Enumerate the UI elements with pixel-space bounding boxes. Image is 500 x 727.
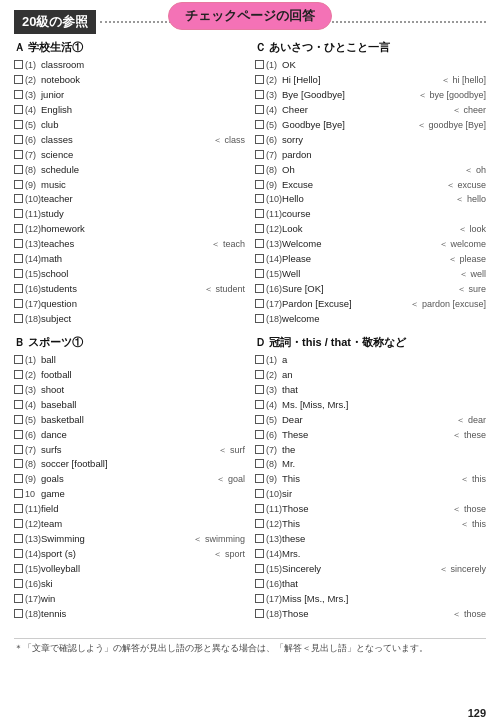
section-a-list: (1) classroom (2) notebook (3) junior (4… (14, 58, 245, 327)
list-item: (2) notebook (14, 73, 245, 88)
item-number: (18) (266, 313, 282, 327)
checkbox[interactable] (255, 609, 264, 618)
checkbox[interactable] (255, 400, 264, 409)
item-number: (7) (266, 444, 282, 458)
checkbox[interactable] (14, 579, 23, 588)
list-item: (7) pardon (255, 148, 486, 163)
checkbox[interactable] (14, 224, 23, 233)
checkbox[interactable] (14, 284, 23, 293)
checkbox[interactable] (14, 180, 23, 189)
checkbox[interactable] (255, 150, 264, 159)
checkbox[interactable] (14, 194, 23, 203)
list-item: (5) basketball (14, 413, 245, 428)
checkbox[interactable] (14, 385, 23, 394)
checkbox[interactable] (14, 269, 23, 278)
checkbox[interactable] (255, 579, 264, 588)
checkbox[interactable] (14, 519, 23, 528)
checkbox[interactable] (14, 135, 23, 144)
checkbox[interactable] (255, 564, 264, 573)
list-item: (1) classroom (14, 58, 245, 73)
item-number: (4) (25, 399, 41, 413)
item-number: (6) (266, 429, 282, 443)
checkbox[interactable] (14, 90, 23, 99)
checkbox[interactable] (14, 400, 23, 409)
checkbox[interactable] (14, 254, 23, 263)
checkbox[interactable] (255, 224, 264, 233)
checkbox[interactable] (14, 239, 23, 248)
checkbox[interactable] (255, 239, 264, 248)
checkbox[interactable] (255, 60, 264, 69)
checkbox[interactable] (255, 90, 264, 99)
checkbox[interactable] (255, 105, 264, 114)
checkbox[interactable] (255, 120, 264, 129)
checkbox[interactable] (14, 75, 23, 84)
checkbox[interactable] (14, 415, 23, 424)
checkbox[interactable] (255, 594, 264, 603)
checkbox[interactable] (255, 314, 264, 323)
checkbox[interactable] (255, 489, 264, 498)
checkbox[interactable] (14, 60, 23, 69)
item-number: (11) (266, 208, 282, 222)
checkbox[interactable] (14, 445, 23, 454)
checkbox[interactable] (14, 594, 23, 603)
item-number: (16) (25, 578, 41, 592)
checkbox[interactable] (255, 135, 264, 144)
checkbox[interactable] (14, 504, 23, 513)
checkbox[interactable] (255, 415, 264, 424)
checkbox[interactable] (255, 534, 264, 543)
list-item: (8) soccer [football] (14, 457, 245, 472)
checkbox[interactable] (14, 534, 23, 543)
checkbox[interactable] (255, 459, 264, 468)
checkbox[interactable] (255, 549, 264, 558)
checkbox[interactable] (255, 180, 264, 189)
item-number: (9) (266, 179, 282, 193)
checkbox[interactable] (14, 120, 23, 129)
list-item: (4) Cheer ＜ cheer (255, 103, 486, 118)
checkbox[interactable] (255, 165, 264, 174)
list-item: (14) Please ＜ please (255, 252, 486, 267)
item-number: (2) (25, 369, 41, 383)
checkbox[interactable] (255, 254, 264, 263)
checkbox[interactable] (255, 209, 264, 218)
checkbox[interactable] (255, 474, 264, 483)
checkbox[interactable] (255, 445, 264, 454)
checkbox[interactable] (255, 430, 264, 439)
checkbox[interactable] (255, 519, 264, 528)
checkbox[interactable] (14, 299, 23, 308)
list-item: (5) Dear ＜ dear (255, 413, 486, 428)
checkbox[interactable] (255, 370, 264, 379)
checkbox[interactable] (14, 489, 23, 498)
checkbox[interactable] (255, 385, 264, 394)
checkbox[interactable] (14, 314, 23, 323)
checkbox[interactable] (14, 430, 23, 439)
list-item: (14) Mrs. (255, 547, 486, 562)
checkbox[interactable] (255, 504, 264, 513)
checkbox[interactable] (255, 269, 264, 278)
checkbox[interactable] (14, 150, 23, 159)
item-alt: ＜ goal (216, 473, 245, 487)
checkbox[interactable] (255, 299, 264, 308)
checkbox[interactable] (14, 105, 23, 114)
checkbox[interactable] (255, 194, 264, 203)
item-number: (11) (25, 208, 41, 222)
checkbox[interactable] (14, 474, 23, 483)
item-word: Bye [Goodbye] (282, 88, 415, 103)
item-number: (7) (266, 149, 282, 163)
checkbox[interactable] (14, 549, 23, 558)
checkbox[interactable] (14, 370, 23, 379)
checkbox[interactable] (14, 459, 23, 468)
item-word: Look (282, 222, 455, 237)
list-item: (3) junior (14, 88, 245, 103)
checkbox[interactable] (14, 564, 23, 573)
checkbox[interactable] (14, 609, 23, 618)
item-word: subject (41, 312, 245, 327)
checkbox[interactable] (255, 355, 264, 364)
checkbox[interactable] (255, 284, 264, 293)
grade-label: 20級の参照 (14, 10, 96, 34)
checkbox[interactable] (255, 75, 264, 84)
checkbox[interactable] (14, 209, 23, 218)
list-item: (11) course (255, 207, 486, 222)
checkbox[interactable] (14, 355, 23, 364)
checkbox[interactable] (14, 165, 23, 174)
item-word: This (282, 517, 457, 532)
